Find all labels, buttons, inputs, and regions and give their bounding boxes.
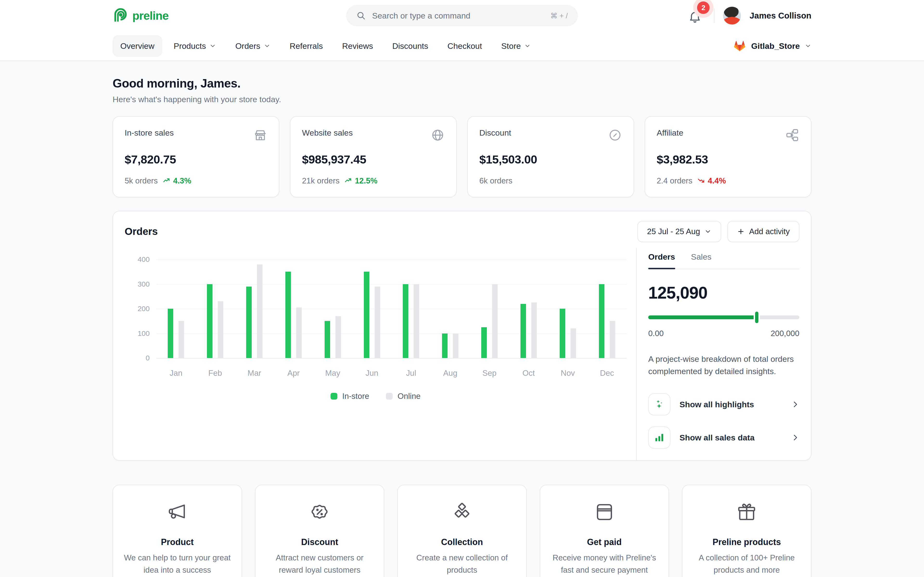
chevron-right-icon: [791, 400, 800, 408]
x-tick-dec: Dec: [587, 369, 627, 378]
nav-item-products[interactable]: Products: [166, 35, 224, 57]
bar-online-jun: [375, 287, 380, 358]
global-search-input[interactable]: Search or type a command ⌘ + /: [346, 5, 578, 26]
bar-group-nov: [548, 259, 587, 358]
feature-description: We can help to turn your great idea into…: [123, 551, 232, 576]
trend-down-icon: [697, 177, 706, 185]
y-tick: 300: [137, 280, 150, 288]
x-tick-apr: Apr: [274, 369, 313, 378]
trend-value: 4.3%: [173, 176, 191, 185]
gridline-baseline: [157, 358, 627, 358]
percent-badge-icon: [265, 501, 375, 523]
app-header: preline Search or type a command ⌘ + / 2: [0, 0, 924, 31]
nav-item-reviews[interactable]: Reviews: [334, 35, 381, 57]
progress-max: 200,000: [771, 329, 800, 338]
bar-online-aug: [453, 334, 459, 358]
chevron-down-icon: [524, 43, 531, 49]
y-tick: 100: [137, 329, 150, 338]
feature-card-collection[interactable]: Collection Create a new collection of pr…: [397, 485, 527, 577]
chart-plot-area: [157, 259, 627, 358]
gitlab-icon: [733, 39, 746, 53]
nav-item-orders[interactable]: Orders: [228, 35, 278, 57]
trend-up: 4.3%: [163, 176, 191, 185]
stat-orders: 5k orders: [124, 176, 158, 185]
stat-amount: $7,820.75: [124, 153, 267, 166]
show-all-highlights-link[interactable]: Show all highlights: [648, 393, 800, 416]
feature-card-product[interactable]: Product We can help to turn your great i…: [113, 485, 242, 577]
notifications-button[interactable]: 2: [688, 7, 705, 24]
bar-in-store-aug: [442, 334, 447, 358]
feature-title: Product: [123, 537, 232, 547]
trend-up-icon: [344, 177, 352, 185]
bar-group-jun: [352, 259, 391, 358]
stat-card-discount: Discount $15,503.00 6k orders: [467, 116, 634, 197]
nav-item-referrals[interactable]: Referrals: [282, 35, 331, 57]
linked-squares-icon: [785, 128, 800, 142]
bar-online-jul: [414, 284, 419, 358]
nav-item-store[interactable]: Store: [494, 35, 538, 57]
stat-card-affiliate: Affiliate $3,982.53 2.4 orders 4.4%: [645, 116, 811, 197]
bar-group-sep: [470, 259, 509, 358]
bar-in-store-dec: [599, 284, 604, 358]
x-tick-oct: Oct: [509, 369, 548, 378]
x-tick-feb: Feb: [195, 369, 235, 378]
bar-group-jan: [157, 259, 195, 358]
feature-description: Receive money with Preline's fast and se…: [550, 551, 659, 576]
feature-title: Get paid: [550, 537, 659, 547]
page-title: Good morning, James.: [113, 76, 811, 90]
x-tick-jun: Jun: [352, 369, 391, 378]
preline-logo[interactable]: preline: [113, 8, 168, 24]
gift-icon: [692, 501, 801, 523]
store-icon: [254, 128, 267, 142]
feature-cards-row: Product We can help to turn your great i…: [113, 485, 811, 577]
header-divider: [714, 8, 714, 23]
orders-description: A project-wise breakdown of total orders…: [648, 353, 800, 377]
credit-card-icon: [550, 501, 659, 523]
tab-orders[interactable]: Orders: [648, 252, 675, 269]
legend-swatch-online: [386, 393, 393, 400]
progress-min: 0.00: [648, 329, 664, 338]
chevron-down-icon: [804, 43, 811, 49]
orders-progress-bar[interactable]: [648, 316, 800, 319]
store-selector[interactable]: Gitlab_Store: [733, 39, 811, 53]
stat-title: Website sales: [302, 128, 353, 137]
stat-title: Affiliate: [657, 128, 683, 137]
user-avatar[interactable]: [723, 7, 741, 24]
main-nav: Overview Products Orders Referrals Revie…: [0, 31, 924, 61]
show-all-sales-data-link[interactable]: Show all sales data: [648, 427, 800, 449]
preline-logo-icon: [113, 8, 129, 24]
nav-item-checkout[interactable]: Checkout: [440, 35, 490, 57]
chart-y-axis: 400 300 200 100 0: [124, 259, 150, 358]
date-range-button[interactable]: 25 Jul - 25 Aug: [637, 221, 721, 242]
orders-section: Orders 25 Jul - 25 Aug Add activity 400: [113, 211, 811, 461]
search-placeholder: Search or type a command: [372, 11, 544, 21]
feature-card-discount[interactable]: Discount Attract new customers or reward…: [255, 485, 384, 577]
nav-item-overview[interactable]: Overview: [113, 35, 162, 57]
stat-cards-row: In-store sales $7,820.75 5k orders 4.3%: [113, 116, 811, 197]
x-tick-jul: Jul: [391, 369, 431, 378]
add-activity-button[interactable]: Add activity: [727, 221, 800, 242]
notification-badge: 2: [697, 2, 709, 14]
feature-card-preline-products[interactable]: Preline products A collection of 100+ Pr…: [682, 485, 811, 577]
chart-x-axis: JanFebMarAprMayJunJulAugSepOctNovDec: [157, 369, 627, 378]
bar-in-store-jan: [168, 309, 173, 358]
y-tick: 200: [137, 305, 150, 313]
bar-group-oct: [509, 259, 548, 358]
search-shortcut-hint: ⌘ + /: [550, 11, 568, 20]
sparkles-icon: [648, 393, 670, 416]
bar-group-apr: [274, 259, 313, 358]
trend-down: 4.4%: [697, 176, 726, 185]
stat-orders: 6k orders: [479, 176, 512, 185]
page-subtitle: Here's what's happening with your store …: [113, 95, 811, 104]
bar-group-aug: [431, 259, 470, 358]
bar-in-store-sep: [481, 327, 487, 358]
legend-item-in-store: In-store: [331, 392, 369, 401]
feature-card-get-paid[interactable]: Get paid Receive money with Preline's fa…: [540, 485, 669, 577]
orders-bar-chart: 400 300 200 100 0: [113, 248, 636, 460]
tab-sales[interactable]: Sales: [691, 252, 712, 269]
user-name[interactable]: James Collison: [750, 11, 811, 21]
nav-item-discounts[interactable]: Discounts: [384, 35, 436, 57]
bar-online-jan: [179, 321, 184, 358]
bar-in-store-oct: [520, 304, 526, 358]
stat-title: In-store sales: [124, 128, 174, 137]
